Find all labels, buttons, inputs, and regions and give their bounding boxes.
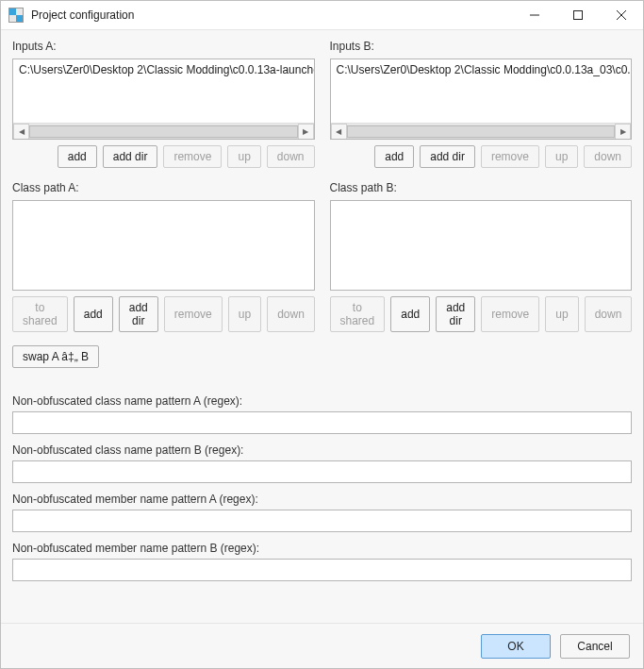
field-member-pattern-b: Non-obfuscated member name pattern B (re… bbox=[12, 542, 632, 581]
down-button[interactable]: down bbox=[585, 296, 633, 332]
classpath-b-label: Class path B: bbox=[330, 181, 633, 194]
remove-button[interactable]: remove bbox=[163, 145, 222, 168]
class-pattern-a-label: Non-obfuscated class name pattern A (reg… bbox=[12, 394, 632, 408]
member-pattern-a-input[interactable] bbox=[12, 510, 632, 532]
member-pattern-b-label: Non-obfuscated member name pattern B (re… bbox=[12, 542, 632, 555]
add-dir-button[interactable]: add dir bbox=[436, 296, 475, 332]
field-member-pattern-a: Non-obfuscated member name pattern A (re… bbox=[12, 493, 632, 532]
classpath-a-buttons: to shared add add dir remove up down bbox=[12, 296, 315, 332]
classpath-b-buttons: to shared add add dir remove up down bbox=[330, 296, 633, 332]
add-button[interactable]: add bbox=[58, 145, 97, 168]
dialog-footer: OK Cancel bbox=[1, 623, 643, 668]
app-icon bbox=[8, 8, 24, 23]
remove-button[interactable]: remove bbox=[481, 145, 539, 168]
classpath-b-list[interactable] bbox=[330, 200, 633, 291]
pattern-fields: Non-obfuscated class name pattern A (reg… bbox=[12, 394, 632, 591]
class-pattern-b-input[interactable] bbox=[12, 460, 632, 483]
window-controls bbox=[513, 1, 643, 29]
down-button[interactable]: down bbox=[584, 145, 632, 168]
inputs-b-section: Inputs B: C:\Users\Zer0\Desktop 2\Classi… bbox=[330, 40, 633, 168]
up-button[interactable]: up bbox=[545, 296, 578, 332]
list-item[interactable]: C:\Users\Zer0\Desktop 2\Classic Modding\… bbox=[13, 61, 314, 78]
inputs-a-section: Inputs A: C:\Users\Zer0\Desktop 2\Classi… bbox=[12, 40, 315, 168]
window-title: Project configuration bbox=[31, 8, 513, 22]
up-button[interactable]: up bbox=[227, 145, 260, 168]
classpath-a-section: Class path A: to shared add add dir remo… bbox=[12, 181, 315, 332]
down-button[interactable]: down bbox=[267, 145, 315, 168]
classpath-a-label: Class path A: bbox=[12, 181, 315, 194]
class-pattern-b-label: Non-obfuscated class name pattern B (reg… bbox=[12, 443, 632, 457]
inputs-b-buttons: add add dir remove up down bbox=[330, 145, 633, 168]
to-shared-button[interactable]: to shared bbox=[330, 296, 386, 332]
scroll-left-icon[interactable]: ◀ bbox=[331, 124, 347, 140]
down-button[interactable]: down bbox=[267, 296, 315, 332]
dialog-project-configuration: Project configuration Inputs A: C:\Users… bbox=[0, 0, 644, 669]
up-button[interactable]: up bbox=[545, 145, 578, 168]
add-button[interactable]: add bbox=[390, 296, 430, 332]
field-class-pattern-b: Non-obfuscated class name pattern B (reg… bbox=[12, 443, 632, 483]
scroll-right-icon[interactable]: ▶ bbox=[298, 124, 314, 140]
swap-row: swap A â‡„ B bbox=[12, 345, 632, 368]
classpath-row: Class path A: to shared add add dir remo… bbox=[12, 181, 632, 332]
inputs-b-label: Inputs B: bbox=[330, 40, 633, 53]
member-pattern-b-input[interactable] bbox=[12, 559, 632, 581]
inputs-a-label: Inputs A: bbox=[12, 40, 315, 53]
titlebar: Project configuration bbox=[1, 1, 643, 30]
field-class-pattern-a: Non-obfuscated class name pattern A (reg… bbox=[12, 394, 632, 434]
content-area: Inputs A: C:\Users\Zer0\Desktop 2\Classi… bbox=[1, 30, 643, 623]
member-pattern-a-label: Non-obfuscated member name pattern A (re… bbox=[12, 493, 632, 506]
scroll-left-icon[interactable]: ◀ bbox=[13, 124, 29, 140]
inputs-a-list[interactable]: C:\Users\Zer0\Desktop 2\Classic Modding\… bbox=[12, 59, 315, 140]
list-item[interactable]: C:\Users\Zer0\Desktop 2\Classic Modding\… bbox=[331, 61, 632, 78]
inputs-row: Inputs A: C:\Users\Zer0\Desktop 2\Classi… bbox=[12, 40, 632, 168]
scroll-right-icon[interactable]: ▶ bbox=[615, 124, 631, 140]
swap-button[interactable]: swap A â‡„ B bbox=[12, 345, 99, 368]
inputs-b-list[interactable]: C:\Users\Zer0\Desktop 2\Classic Modding\… bbox=[330, 59, 633, 140]
inputs-a-scrollbar[interactable]: ◀ ▶ bbox=[13, 123, 314, 139]
classpath-a-list[interactable] bbox=[12, 200, 315, 291]
remove-button[interactable]: remove bbox=[481, 296, 539, 332]
add-dir-button[interactable]: add dir bbox=[420, 145, 475, 168]
add-dir-button[interactable]: add dir bbox=[103, 145, 158, 168]
maximize-button[interactable] bbox=[556, 1, 600, 29]
ok-button[interactable]: OK bbox=[481, 634, 551, 659]
class-pattern-a-input[interactable] bbox=[12, 411, 632, 434]
remove-button[interactable]: remove bbox=[164, 296, 223, 332]
up-button[interactable]: up bbox=[228, 296, 261, 332]
add-button[interactable]: add bbox=[74, 296, 113, 332]
close-button[interactable] bbox=[600, 1, 643, 29]
add-button[interactable]: add bbox=[374, 145, 414, 168]
inputs-b-scrollbar[interactable]: ◀ ▶ bbox=[331, 123, 632, 139]
minimize-button[interactable] bbox=[513, 1, 556, 29]
add-dir-button[interactable]: add dir bbox=[119, 296, 158, 332]
to-shared-button[interactable]: to shared bbox=[12, 296, 68, 332]
classpath-b-section: Class path B: to shared add add dir remo… bbox=[330, 181, 633, 332]
cancel-button[interactable]: Cancel bbox=[560, 634, 630, 659]
svg-rect-0 bbox=[574, 11, 583, 20]
inputs-a-buttons: add add dir remove up down bbox=[12, 145, 315, 168]
